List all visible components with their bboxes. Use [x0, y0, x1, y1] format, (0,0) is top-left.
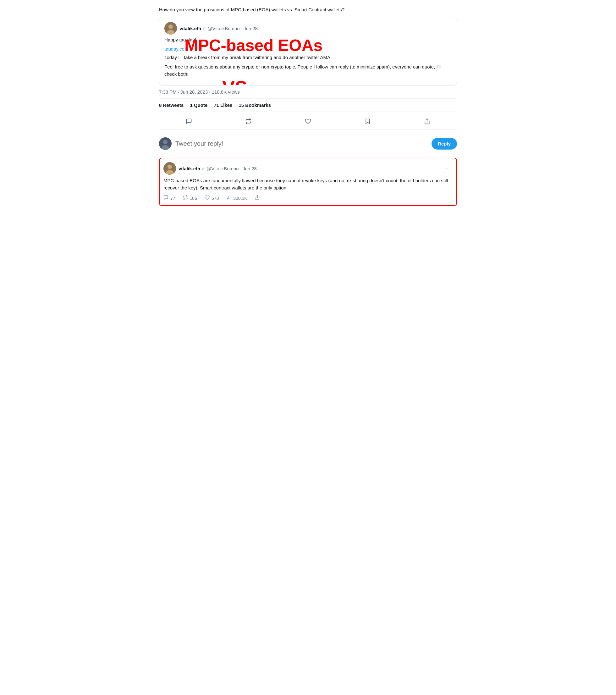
likes-label: Likes [220, 102, 232, 108]
retweets-stat[interactable]: 8 Retweets [159, 102, 184, 108]
reply-like-count: 573 [212, 196, 219, 201]
bookmarks-count: 15 [238, 102, 244, 108]
reply-date-separator: · [240, 166, 242, 171]
reply-like-icon [205, 195, 210, 201]
overlay-vs-text: VS [222, 77, 247, 85]
author-info: vitalik.eth ✓ @VitalikButerin · Jun 28 [180, 26, 258, 31]
reply-verified-icon: ✓ [201, 166, 205, 171]
verified-icon: ✓ [202, 26, 206, 31]
tweet-link[interactable]: tauday.com [164, 46, 452, 52]
tweet-date: · [241, 26, 242, 31]
highlighted-header: vitalik.eth ✓ @VitalikButerin · Jun 28 ·… [163, 162, 453, 175]
quotes-stat[interactable]: 1 Quote [190, 102, 207, 108]
retweets-count: 8 [159, 102, 162, 108]
reply-author-info: vitalik.eth ✓ @VitalikButerin · Jun 28 [179, 166, 257, 171]
share-button[interactable] [421, 116, 433, 127]
main-tweet-card: vitalik.eth ✓ @VitalikButerin · Jun 28 H… [159, 17, 457, 85]
svg-point-1 [168, 24, 173, 29]
reply-comment-action[interactable]: 77 [163, 195, 176, 201]
reply-author-handle: @VitalikButerin [206, 166, 239, 171]
reply-content: MPC-based EOAs are fundamentally flawed … [163, 177, 453, 191]
reply-like-action[interactable]: 573 [205, 195, 219, 201]
comment-button[interactable] [183, 116, 195, 127]
reply-input-area: Reply [159, 134, 457, 154]
reply-share-action[interactable] [255, 195, 260, 201]
quotes-label: Quote [194, 102, 207, 108]
tweet-timestamp: 7:33 PM · Jun 28, 2023 [159, 89, 208, 95]
reply-button[interactable]: Reply [432, 138, 457, 150]
reply-retweet-count: 186 [190, 196, 197, 201]
tweet-views: 118.8K views [212, 89, 240, 95]
separator: · [209, 89, 212, 95]
highlighted-author: vitalik.eth ✓ @VitalikButerin · Jun 28 [163, 162, 257, 175]
more-options-button[interactable]: ··· [442, 164, 453, 173]
reply-avatar [163, 162, 176, 175]
quotes-count: 1 [190, 102, 192, 108]
reply-comment-icon [163, 195, 168, 201]
tweet-date-value: Jun 28 [244, 26, 258, 31]
reply-views-action: 300.1K [226, 195, 247, 201]
bookmark-button[interactable] [362, 116, 373, 127]
question-text: How do you view the pros/cons of MPC-bas… [159, 6, 457, 13]
tweet-header: vitalik.eth ✓ @VitalikButerin · Jun 28 [164, 22, 452, 35]
likes-count: 71 [214, 102, 219, 108]
reply-author-name: vitalik.eth [179, 166, 200, 171]
reply-share-icon [255, 195, 260, 201]
timestamp-line: 7:33 PM · Jun 28, 2023 · 118.8K views [159, 89, 457, 95]
reply-input[interactable] [176, 140, 428, 147]
tweet-line2: Today I'll take a break from my break fr… [164, 54, 452, 61]
author-name: vitalik.eth [180, 26, 201, 31]
reply-comment-count: 77 [170, 196, 176, 201]
reply-views-icon [226, 195, 231, 201]
svg-point-8 [167, 165, 172, 169]
reply-actions: 77 186 573 [163, 195, 453, 201]
retweet-button[interactable] [243, 116, 254, 127]
svg-point-5 [163, 140, 167, 144]
tweet-line1: Happy tau day! [164, 36, 452, 44]
stats-line: 8 Retweets 1 Quote 71 Likes 15 Bookmarks [159, 98, 457, 112]
likes-stat[interactable]: 71 Likes [214, 102, 232, 108]
reply-date: Jun 28 [243, 166, 257, 171]
author-handle: @VitalikButerin [207, 26, 240, 31]
tweet-line3: Feel free to ask questions about any cry… [164, 64, 452, 78]
reply-retweet-icon [183, 195, 188, 201]
user-avatar [159, 137, 171, 150]
retweets-label: Retweets [163, 102, 184, 108]
bookmarks-stat[interactable]: 15 Bookmarks [238, 102, 271, 108]
highlighted-reply-card: vitalik.eth ✓ @VitalikButerin · Jun 28 ·… [159, 158, 457, 206]
like-button[interactable] [302, 116, 314, 127]
reply-retweet-action[interactable]: 186 [183, 195, 197, 201]
avatar [164, 22, 177, 35]
bookmarks-label: Bookmarks [245, 102, 271, 108]
reply-views-count: 300.1K [233, 196, 247, 201]
action-bar [159, 113, 457, 130]
